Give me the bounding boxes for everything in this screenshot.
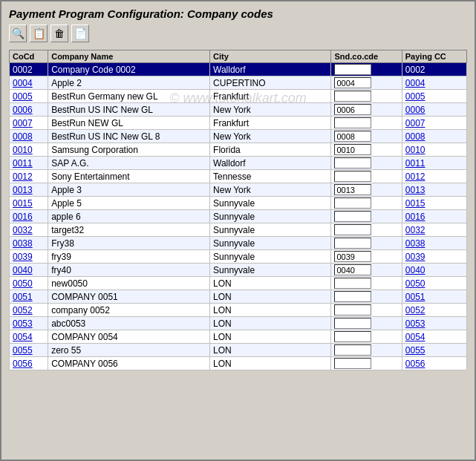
paying-cc-link[interactable]: 0054 (405, 332, 426, 342)
snd-co-cde-input[interactable] (334, 331, 371, 342)
cocd-link[interactable]: 0038 (13, 238, 33, 249)
cocd-link[interactable]: 0013 (13, 185, 33, 195)
table-row[interactable]: 0002Company Code 0002Walldorf0002 (10, 63, 467, 76)
table-row[interactable]: 0056COMPANY 0056LON0056 (10, 357, 467, 370)
cell-snd-co-cde[interactable] (331, 344, 402, 357)
table-row[interactable]: 0007BestRun NEW GLFrankfurt0007 (10, 117, 467, 130)
paying-cc-link[interactable]: 0011 (405, 158, 426, 169)
snd-co-cde-input[interactable] (334, 197, 371, 209)
table-row[interactable]: 0005BestRun Germany new GLFrankfurt0005 (10, 90, 467, 103)
paying-cc-link[interactable]: 0051 (405, 292, 426, 302)
paying-cc-link[interactable]: 0038 (405, 238, 426, 249)
cocd-link[interactable]: 0010 (13, 145, 33, 155)
snd-co-cde-input[interactable] (334, 184, 371, 195)
copy-button[interactable]: 📋 (30, 24, 48, 42)
paying-cc-link[interactable]: 0040 (405, 265, 426, 275)
cocd-link[interactable]: 0011 (13, 158, 33, 169)
table-row[interactable]: 0039fry39Sunnyvale0039 (10, 250, 467, 264)
cell-snd-co-cde[interactable] (331, 290, 402, 304)
table-row[interactable]: 0055zero 55LON0055 (10, 344, 467, 357)
snd-co-cde-input[interactable] (334, 344, 371, 356)
table-row[interactable]: 0006BestRun US INC New GLNew York0006 (10, 103, 467, 117)
paying-cc-link[interactable]: 0052 (405, 305, 426, 315)
table-row[interactable]: 0010Samsung CorporationFlorida0010 (10, 143, 467, 157)
table-row[interactable]: 0011SAP A.G.Walldorf0011 (10, 157, 467, 170)
cell-snd-co-cde[interactable] (331, 250, 402, 264)
cell-snd-co-cde[interactable] (331, 237, 402, 250)
paying-cc-link[interactable]: 0008 (405, 131, 426, 142)
cocd-link[interactable]: 0005 (13, 91, 33, 102)
cell-snd-co-cde[interactable] (331, 304, 402, 317)
paying-cc-link[interactable]: 0039 (405, 252, 426, 262)
snd-co-cde-input[interactable] (334, 91, 371, 102)
cocd-link[interactable]: 0004 (13, 78, 33, 88)
cocd-link[interactable]: 0052 (13, 305, 33, 315)
cell-snd-co-cde[interactable] (331, 117, 402, 130)
cell-snd-co-cde[interactable] (331, 264, 402, 277)
snd-co-cde-input[interactable] (334, 304, 371, 315)
paying-cc-link[interactable]: 0053 (405, 318, 426, 329)
snd-co-cde-input[interactable] (334, 358, 371, 369)
cocd-link[interactable]: 0053 (13, 318, 33, 329)
snd-co-cde-input[interactable] (334, 251, 371, 262)
paying-cc-link[interactable]: 0056 (405, 359, 426, 369)
cocd-link[interactable]: 0006 (13, 105, 33, 115)
table-row[interactable]: 0008BestRun US INC New GL 8New York0008 (10, 130, 467, 143)
cell-snd-co-cde[interactable] (331, 157, 402, 170)
cell-snd-co-cde[interactable] (331, 143, 402, 157)
snd-co-cde-input[interactable] (334, 264, 371, 275)
cocd-link[interactable]: 0007 (13, 118, 33, 128)
cell-snd-co-cde[interactable] (331, 76, 402, 90)
cocd-link[interactable]: 0040 (13, 265, 33, 275)
snd-co-cde-input[interactable] (334, 238, 371, 249)
cell-snd-co-cde[interactable] (331, 330, 402, 344)
cell-snd-co-cde[interactable] (331, 170, 402, 183)
cell-snd-co-cde[interactable] (331, 63, 402, 76)
snd-co-cde-input[interactable] (334, 224, 371, 235)
paying-cc-link[interactable]: 0013 (405, 185, 426, 195)
info-button[interactable]: 📄 (71, 24, 89, 42)
snd-co-cde-input[interactable] (334, 104, 371, 115)
cocd-link[interactable]: 0015 (13, 198, 33, 209)
snd-co-cde-input[interactable] (334, 278, 371, 289)
cocd-link[interactable]: 0008 (13, 131, 33, 142)
cocd-link[interactable]: 0054 (13, 332, 33, 342)
paying-cc-link[interactable]: 0006 (405, 105, 426, 115)
paying-cc-link[interactable]: 0050 (405, 278, 426, 289)
cell-snd-co-cde[interactable] (331, 210, 402, 223)
paying-cc-link[interactable]: 0016 (405, 212, 426, 222)
cocd-link[interactable]: 0056 (13, 359, 33, 369)
snd-co-cde-input[interactable] (334, 291, 371, 302)
cell-snd-co-cde[interactable] (331, 357, 402, 370)
table-row[interactable]: 0040fry40Sunnyvale0040 (10, 264, 467, 277)
paying-cc-link[interactable]: 0015 (405, 198, 426, 209)
cell-snd-co-cde[interactable] (331, 130, 402, 143)
cocd-link[interactable]: 0051 (13, 292, 33, 302)
cocd-link[interactable]: 0055 (13, 345, 33, 356)
table-row[interactable]: 0032target32Sunnyvale0032 (10, 223, 467, 237)
paying-cc-link[interactable]: 0004 (405, 78, 426, 88)
table-row[interactable]: 0054COMPANY 0054LON0054 (10, 330, 467, 344)
cell-snd-co-cde[interactable] (331, 90, 402, 103)
cocd-link[interactable]: 0039 (13, 252, 33, 262)
snd-co-cde-input[interactable] (334, 157, 371, 169)
snd-co-cde-input[interactable] (334, 211, 371, 222)
snd-co-cde-input[interactable] (334, 117, 371, 128)
table-row[interactable]: 0052company 0052LON0052 (10, 304, 467, 317)
cell-snd-co-cde[interactable] (331, 197, 402, 210)
table-row[interactable]: 0053abc0053LON0053 (10, 317, 467, 330)
paying-cc-link[interactable]: 0007 (405, 118, 426, 128)
table-row[interactable]: 0004Apple 2CUPERTINO0004 (10, 76, 467, 90)
display-button[interactable]: 🔍 (9, 24, 27, 42)
snd-co-cde-input[interactable] (334, 64, 371, 75)
snd-co-cde-input[interactable] (334, 171, 371, 182)
table-row[interactable]: 0012Sony EntertainmentTennesse0012 (10, 170, 467, 183)
table-row[interactable]: 0050new0050LON0050 (10, 277, 467, 290)
snd-co-cde-input[interactable] (334, 318, 371, 329)
cocd-link[interactable]: 0032 (13, 225, 33, 235)
paying-cc-link[interactable]: 0005 (405, 91, 426, 102)
paying-cc-link[interactable]: 0032 (405, 225, 426, 235)
cell-snd-co-cde[interactable] (331, 223, 402, 237)
cell-snd-co-cde[interactable] (331, 183, 402, 197)
snd-co-cde-input[interactable] (334, 77, 371, 88)
